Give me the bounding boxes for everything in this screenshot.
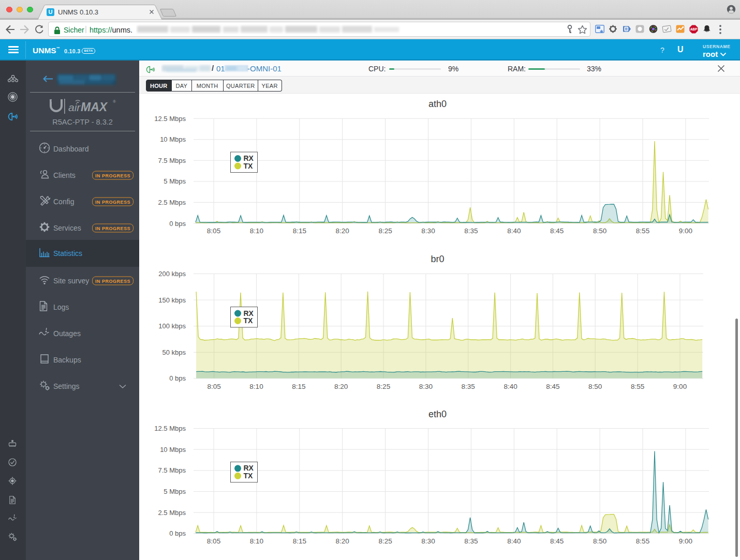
svg-text:8:05: 8:05 [207,383,220,390]
svg-text:air: air [68,101,81,113]
svg-text:9:00: 9:00 [679,537,692,545]
svg-text:9:00: 9:00 [679,227,692,235]
svg-text:eth0: eth0 [428,409,447,419]
svg-text:8:40: 8:40 [507,227,521,235]
svg-text:8:45: 8:45 [546,383,559,390]
svg-text:8:35: 8:35 [464,227,478,235]
svg-text:8:30: 8:30 [419,383,433,390]
svg-text:8:25: 8:25 [378,537,392,545]
svg-text:8:55: 8:55 [631,383,644,390]
svg-text:2.5 Mbps: 2.5 Mbps [158,199,186,206]
svg-text:TX: TX [244,472,254,480]
svg-text:8:15: 8:15 [293,537,306,545]
svg-text:8:50: 8:50 [593,227,606,235]
svg-text:7.5 Mbps: 7.5 Mbps [158,157,186,164]
svg-text:8:40: 8:40 [507,537,521,545]
svg-text:8:10: 8:10 [250,227,263,235]
svg-text:8:10: 8:10 [250,537,263,545]
svg-text:ABP: ABP [690,27,698,31]
svg-text:8:05: 8:05 [207,537,220,545]
svg-text:TX: TX [244,162,254,170]
svg-text:100 kbps: 100 kbps [158,322,186,330]
svg-text:0 bps: 0 bps [169,529,186,537]
svg-text:2.5 Mbps: 2.5 Mbps [158,509,186,517]
svg-text:8:50: 8:50 [593,537,606,545]
svg-text:8:50: 8:50 [588,383,602,390]
svg-text:10 Mbps: 10 Mbps [160,446,186,453]
svg-text:8:40: 8:40 [504,383,517,390]
svg-text:8:20: 8:20 [334,383,348,390]
svg-text:8:55: 8:55 [636,537,649,545]
svg-text:8:30: 8:30 [421,227,435,235]
svg-text:0 bps: 0 bps [169,374,186,382]
svg-text:10 Mbps: 10 Mbps [160,135,186,143]
svg-text:8:35: 8:35 [462,383,475,390]
svg-text:8:10: 8:10 [249,383,263,390]
svg-text:8:45: 8:45 [550,227,564,235]
svg-text:8:25: 8:25 [378,227,392,235]
svg-text:br0: br0 [431,254,444,264]
svg-text:12.5 Mbps: 12.5 Mbps [154,425,186,432]
svg-text:8:35: 8:35 [464,537,478,545]
svg-text:8:45: 8:45 [550,537,564,545]
svg-text:8:55: 8:55 [636,227,649,235]
svg-text:5 Mbps: 5 Mbps [164,177,186,185]
svg-text:8:05: 8:05 [207,227,220,235]
svg-text:®: ® [113,99,116,104]
svg-text:8:25: 8:25 [377,383,390,390]
svg-text:7.5 Mbps: 7.5 Mbps [158,466,186,474]
svg-text:8:30: 8:30 [421,537,435,545]
svg-text:TX: TX [244,316,254,325]
svg-text:ath0: ath0 [428,99,447,109]
svg-text:0 bps: 0 bps [169,220,186,228]
svg-text:200 kbps: 200 kbps [158,270,186,278]
svg-text:8:20: 8:20 [336,227,349,235]
svg-text:50 kbps: 50 kbps [162,349,186,356]
svg-text:9:00: 9:00 [673,383,687,390]
svg-text:5 Mbps: 5 Mbps [164,488,186,495]
svg-text:8:15: 8:15 [293,227,306,235]
svg-text:8:20: 8:20 [336,537,349,545]
svg-text:150 kbps: 150 kbps [158,296,186,304]
svg-text:8:15: 8:15 [292,383,305,390]
svg-text:MAX: MAX [81,100,108,114]
svg-text:12.5 Mbps: 12.5 Mbps [154,115,186,123]
